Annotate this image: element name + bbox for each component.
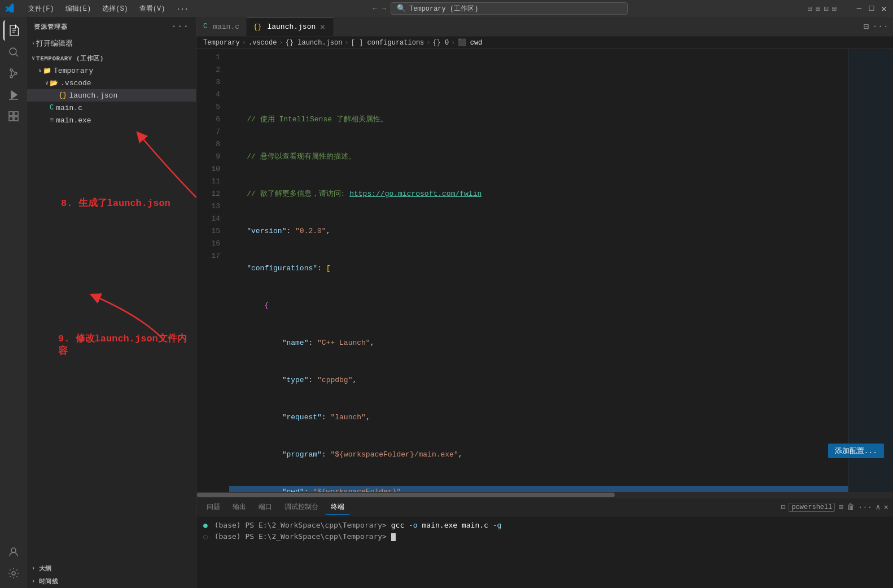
tab-main-c[interactable]: C main.c [196,17,247,36]
chevron-down-icon2: ∨ [38,67,42,74]
sidebar-item-main-c[interactable]: C main.c [27,102,196,114]
menu-more[interactable]: ... [172,3,193,15]
annotation-1: 8. 生成了launch.json [61,198,170,210]
terminal-prompt-1: (base) PS E:\2_WorkSpace\cpp\Temporary> [215,521,391,529]
tab-more-icon[interactable]: ··· [872,21,888,32]
exe-file-icon: ≡ [50,116,54,124]
terminal-trash-icon[interactable]: 🗑 [847,503,855,512]
activity-run[interactable] [3,85,24,105]
breadcrumb-sep4: › [426,39,430,47]
open-editors-header[interactable]: › 打开编辑器 [27,37,196,50]
sidebar-title: 资源管理器 [34,23,68,31]
panel-chevron-up-icon[interactable]: ∧ [876,502,880,512]
panel-tab-debug[interactable]: 调试控制台 [279,500,324,514]
sidebar-item-vscode[interactable]: ∨ 📂 .vscode [27,77,196,89]
layout3-icon[interactable]: ⊡ [824,4,828,14]
breadcrumb-launch-json[interactable]: {} launch.json [286,39,343,47]
terminal-dot-blue: ● [203,520,208,531]
activity-extensions[interactable] [3,106,24,126]
layout4-icon[interactable]: ⊞ [832,4,837,14]
menu-file[interactable]: 文件(F) [24,3,59,15]
panel-close-icon[interactable]: ✕ [884,502,888,512]
activity-bar-bottom [3,542,24,588]
terminal-split-icon[interactable]: ⊟ [781,502,785,512]
panel-tab-output[interactable]: 输出 [227,500,252,514]
tab-launch-json-label: launch.json [267,23,316,31]
title-bar-center: ← → 🔍 Temporary (工作区) [193,2,807,15]
nav-back-btn[interactable]: ← [373,5,377,13]
svg-marker-8 [11,91,17,99]
minimize-btn[interactable]: ─ [855,4,864,13]
breadcrumb-vscode[interactable]: .vscode [248,39,277,47]
sidebar-item-temporary[interactable]: ∨ 📁 Temporary [27,64,196,77]
editor-area: C main.c {} launch.json ✕ ⊟ ··· Temporar… [196,17,893,588]
terminal-add-icon[interactable]: ⊞ [838,502,843,512]
open-editors-section: › 打开编辑器 [27,36,196,51]
breadcrumb-sep2: › [279,39,283,47]
activity-search[interactable] [3,42,24,62]
svg-point-3 [10,76,12,78]
nav-fwd-btn[interactable]: → [382,5,386,13]
activity-explorer[interactable] [3,20,24,41]
panel-tab-terminal[interactable]: 终端 [325,500,350,515]
h-scrollbar[interactable] [196,492,893,498]
chevron-right-icon: › [32,41,35,47]
arrow-2 [84,293,196,344]
svg-rect-12 [14,117,18,121]
sidebar-item-main-exe[interactable]: ≡ main.exe [27,114,196,126]
breadcrumb-cwd[interactable]: ⬛ cwd [458,38,483,47]
title-bar: 文件(F) 编辑(E) 选择(S) 查看(V) ... ← → 🔍 Tempor… [0,0,893,17]
add-config-button[interactable]: 添加配置... [828,444,884,458]
sidebar-bottom-sections: › 大纲 › 时间线 [27,562,196,588]
breadcrumb-sep3: › [344,39,348,47]
breadcrumb: Temporary › .vscode › {} launch.json › [… [196,37,893,49]
terminal-cursor [391,533,396,541]
code-content[interactable]: // 使用 IntelliSense 了解相关属性。 // 悬停以查看现有属性的… [225,49,848,492]
tab-bar-right: ⊟ ··· [864,17,893,36]
terminal-label: powershell [789,503,835,512]
menu-bar: 文件(F) 编辑(E) 选择(S) 查看(V) ... [24,3,193,15]
timeline-section-header[interactable]: › 时间线 [27,575,196,588]
terminal-line-1: ● (base) PS E:\2_WorkSpace\cpp\Temporary… [203,520,886,531]
line-numbers: 1 2 3 4 5 6 7 8 9 10 11 12 13 14 15 16 1… [196,49,225,492]
chevron-timeline-icon: › [32,578,36,585]
search-bar[interactable]: 🔍 Temporary (工作区) [391,2,628,15]
search-icon: 🔍 [397,4,406,13]
workspace-section: ∨ TEMPORARY (工作区) ∨ 📁 Temporary ∨ 📂 .vsc… [27,51,196,128]
layout2-icon[interactable]: ⊞ [816,4,820,14]
breadcrumb-temporary[interactable]: Temporary [203,39,240,47]
svg-rect-11 [9,117,13,121]
close-btn[interactable]: ✕ [879,4,888,13]
sidebar-more-btn[interactable]: ··· [171,21,189,32]
vscode-logo-icon [5,2,15,15]
panel-tab-ports[interactable]: 端口 [253,500,278,514]
open-editors-label: 打开编辑器 [36,38,73,49]
breadcrumb-sep5: › [451,39,455,47]
tab-close-btn[interactable]: ✕ [319,21,326,33]
breadcrumb-0[interactable]: {} 0 [433,39,449,47]
search-bar-text: Temporary (工作区) [409,4,478,14]
tab-bar: C main.c {} launch.json ✕ ⊟ ··· [196,17,893,37]
activity-account[interactable] [3,542,24,562]
panel-tab-problems[interactable]: 问题 [201,500,226,514]
tab-launch-json[interactable]: {} launch.json ✕ [247,17,334,36]
layout-icon[interactable]: ⊟ [807,4,812,14]
menu-view[interactable]: 查看(V) [135,3,170,15]
workspace-header[interactable]: ∨ TEMPORARY (工作区) [27,52,196,64]
menu-select[interactable]: 选择(S) [98,3,133,15]
split-editor-icon[interactable]: ⊟ [864,21,869,32]
activity-settings[interactable] [3,563,24,583]
panel-tabs: 问题 输出 端口 调试控制台 终端 ⊟ powershell ⊞ 🗑 ··· ∧… [196,498,893,516]
breadcrumb-configurations[interactable]: [ ] configurations [351,39,424,47]
sidebar-item-launch-json[interactable]: {} launch.json [27,89,196,102]
tab-main-c-label: main.c [213,23,239,31]
tab-json-icon: {} [253,23,261,31]
menu-edit[interactable]: 编辑(E) [61,3,96,15]
activity-source-control[interactable] [3,63,24,84]
maximize-btn[interactable]: □ [867,4,876,13]
panel-tab-right: ⊟ powershell ⊞ 🗑 ··· ∧ ✕ [781,502,888,512]
tab-c-icon: C [203,23,207,30]
outline-section-header[interactable]: › 大纲 [27,562,196,575]
h-scrollbar-thumb[interactable] [197,493,615,497]
panel-more-icon[interactable]: ··· [858,503,872,512]
